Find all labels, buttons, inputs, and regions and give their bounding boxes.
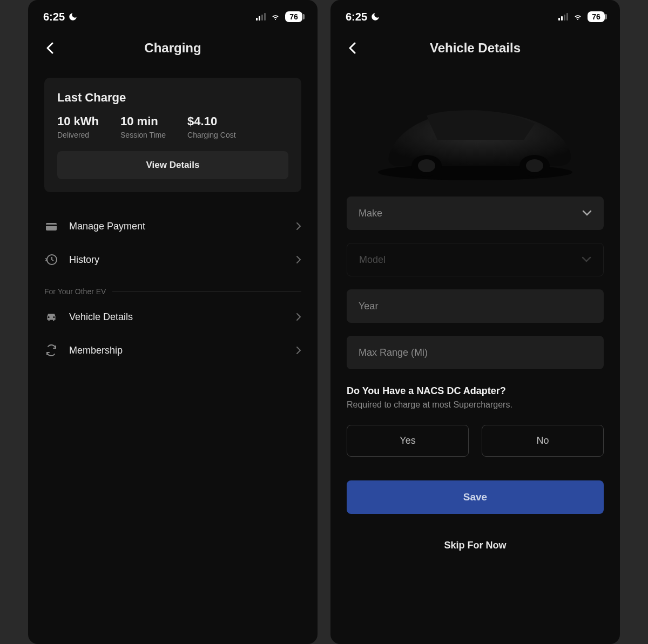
credit-card-icon — [44, 219, 58, 233]
car-icon — [44, 310, 58, 324]
menu-label: Manage Payment — [69, 221, 285, 232]
field-label: Model — [359, 254, 386, 266]
stat-value: 10 min — [120, 114, 166, 128]
menu-section: Manage Payment History For Your Other EV… — [28, 203, 318, 374]
wifi-icon — [572, 12, 583, 21]
membership-row[interactable]: Membership — [44, 334, 301, 367]
chevron-left-icon — [46, 42, 53, 54]
screen-vehicle-details: 6:25 76 Vehicle Details — [330, 0, 620, 644]
question-subtitle: Required to charge at most Superchargers… — [347, 400, 604, 410]
moon-icon — [370, 12, 380, 22]
nav-header: Charging — [28, 29, 318, 67]
status-time: 6:25 — [346, 11, 367, 23]
model-select[interactable]: Model — [347, 243, 604, 276]
back-button[interactable] — [43, 42, 56, 55]
stat-label: Session Time — [120, 131, 166, 139]
status-right: 76 — [558, 11, 605, 22]
stat-label: Charging Cost — [187, 131, 236, 139]
chevron-left-icon — [348, 42, 356, 54]
svg-point-7 — [526, 159, 543, 172]
battery-indicator: 76 — [588, 11, 605, 22]
vehicle-details-row[interactable]: Vehicle Details — [44, 300, 301, 334]
divider-line — [112, 292, 301, 292]
section-label: For Your Other EV — [44, 287, 106, 296]
back-button[interactable] — [346, 42, 359, 55]
status-time: 6:25 — [43, 11, 65, 23]
car-image — [330, 67, 620, 196]
stat-label: Delivered — [57, 131, 99, 139]
field-label: Year — [359, 301, 378, 312]
svg-rect-0 — [46, 223, 57, 231]
moon-icon — [68, 12, 78, 22]
view-details-button[interactable]: View Details — [57, 151, 288, 179]
svg-point-6 — [418, 159, 435, 172]
no-button[interactable]: No — [482, 425, 604, 457]
cellular-signal-icon — [558, 13, 568, 21]
stat-delivered: 10 kWh Delivered — [57, 114, 99, 139]
manage-payment-row[interactable]: Manage Payment — [44, 209, 301, 243]
skip-for-now-link[interactable]: Skip For Now — [347, 527, 604, 564]
page-title: Charging — [144, 40, 201, 56]
adapter-question: Do You Have a NACS DC Adapter? Required … — [347, 382, 604, 410]
car-silhouette — [367, 86, 583, 183]
field-label: Max Range (Mi) — [359, 347, 428, 358]
refresh-icon — [44, 343, 58, 357]
battery-indicator: 76 — [285, 11, 302, 22]
chevron-down-icon — [582, 210, 592, 216]
chevron-down-icon — [582, 256, 591, 263]
stat-value: 10 kWh — [57, 114, 99, 128]
status-bar: 6:25 76 — [28, 0, 318, 29]
question-title: Do You Have a NACS DC Adapter? — [347, 385, 604, 397]
cellular-signal-icon — [256, 13, 266, 21]
svg-rect-1 — [46, 225, 57, 226]
save-button[interactable]: Save — [347, 480, 604, 514]
screen-charging: 6:25 76 Charging Last Charge 10 kWh Deli… — [28, 0, 318, 644]
chevron-right-icon — [296, 346, 301, 355]
chevron-right-icon — [296, 255, 301, 264]
card-title: Last Charge — [57, 91, 288, 105]
stat-charging-cost: $4.10 Charging Cost — [187, 114, 236, 139]
last-charge-card: Last Charge 10 kWh Delivered 10 min Sess… — [44, 78, 301, 192]
field-label: Make — [359, 208, 382, 219]
max-range-input[interactable]: Max Range (Mi) — [347, 336, 604, 369]
status-left: 6:25 — [346, 11, 380, 23]
chevron-right-icon — [296, 222, 301, 231]
chevron-right-icon — [296, 313, 301, 321]
history-icon — [44, 253, 58, 267]
section-divider: For Your Other EV — [44, 276, 301, 300]
history-row[interactable]: History — [44, 243, 301, 276]
menu-label: History — [69, 254, 285, 266]
yes-no-row: Yes No — [347, 425, 604, 457]
stats-row: 10 kWh Delivered 10 min Session Time $4.… — [57, 114, 288, 139]
nav-header: Vehicle Details — [330, 29, 620, 67]
stat-value: $4.10 — [187, 114, 236, 128]
stat-session-time: 10 min Session Time — [120, 114, 166, 139]
status-right: 76 — [256, 11, 302, 22]
menu-label: Vehicle Details — [69, 311, 285, 323]
make-select[interactable]: Make — [347, 196, 604, 230]
page-title: Vehicle Details — [430, 40, 521, 56]
wifi-icon — [270, 12, 281, 21]
status-left: 6:25 — [43, 11, 78, 23]
status-bar: 6:25 76 — [330, 0, 620, 29]
year-input[interactable]: Year — [347, 289, 604, 323]
yes-button[interactable]: Yes — [347, 425, 469, 457]
vehicle-form: Make Model Year Max Range (Mi) Do You Ha… — [330, 196, 620, 564]
menu-label: Membership — [69, 345, 285, 356]
